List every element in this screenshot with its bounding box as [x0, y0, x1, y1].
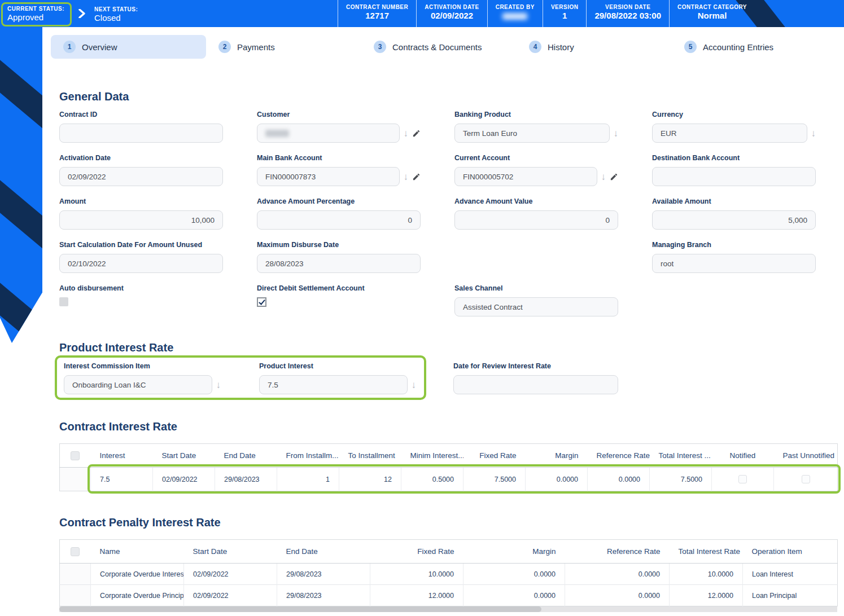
- table-cell: 10.0000: [370, 564, 463, 585]
- contract-penalty-interest-rate-table: Name Start Date End Date Fixed Rate Marg…: [59, 539, 838, 606]
- table-cell: 0.0000: [565, 564, 670, 585]
- interest-commission-item-dropdown-arrow-icon[interactable]: ↓: [216, 380, 221, 390]
- date-for-review-interest-rate-field[interactable]: [453, 375, 618, 394]
- tab-contracts-documents[interactable]: 3 Contracts & Documents: [361, 35, 517, 59]
- sales-channel-field[interactable]: Assisted Contract: [454, 297, 618, 316]
- activation-date-label: Activation Date: [59, 154, 223, 162]
- penalty-interest-rate-table-wrap: Name Start Date End Date Fixed Rate Marg…: [59, 539, 837, 612]
- currency-dropdown-arrow-icon[interactable]: ↓: [811, 129, 816, 138]
- customer-label: Customer: [257, 111, 421, 119]
- next-status: NEXT STATUS: Closed: [94, 4, 138, 23]
- column-header: Total Interest Rate: [670, 540, 743, 564]
- tab-number-badge: 2: [218, 41, 231, 53]
- column-header: Margin: [463, 540, 565, 564]
- interest-commission-item-field[interactable]: Onboarding Loan I&C: [64, 375, 212, 394]
- redacted-customer-value: [265, 130, 289, 137]
- section-title-contract-penalty-interest-rate: Contract Penalty Interest Rate: [59, 516, 837, 529]
- table-header-row: Interest Start Date End Date From Instal…: [60, 444, 838, 468]
- start-calculation-date-field[interactable]: 02/10/2022: [59, 254, 223, 273]
- table-cell: 02/09/2022: [153, 468, 215, 491]
- tab-overview[interactable]: 1 Overview: [51, 35, 206, 59]
- tab-number-badge: 5: [684, 41, 697, 53]
- advance-amount-percentage-field[interactable]: 0: [257, 210, 421, 230]
- contract-id-field[interactable]: [59, 124, 223, 143]
- current-account-field[interactable]: FIN000005702: [454, 167, 597, 186]
- penalty-rate-row[interactable]: Corporate Overdue Interest 02/09/2022 29…: [60, 564, 838, 585]
- page-content: General Data Contract ID Customer ↓ Bank…: [0, 90, 844, 612]
- table-cell: Corporate Overdue Principal: [91, 585, 184, 606]
- current-account-label: Current Account: [454, 154, 618, 162]
- current-status-highlight-annotation: CURRENT STATUS: Approved: [1, 2, 72, 27]
- table-cell: 0.0000: [565, 585, 670, 606]
- select-all-checkbox[interactable]: [71, 451, 80, 460]
- main-bank-account-dropdown-arrow-icon[interactable]: ↓: [404, 172, 409, 182]
- notified-checkbox[interactable]: [738, 475, 747, 483]
- table-cell: Loan Interest: [743, 564, 838, 585]
- horizontal-scrollbar[interactable]: [59, 606, 837, 612]
- column-header: Start Date: [184, 540, 277, 564]
- scrollbar-thumb[interactable]: [59, 606, 541, 612]
- advance-amount-value-field[interactable]: 0: [454, 210, 618, 230]
- customer-field[interactable]: [257, 124, 400, 143]
- product-interest-row: Interest Commission Item Onboarding Loan…: [59, 355, 837, 400]
- contract-interest-rate-row[interactable]: 7.5 02/09/2022 29/08/2023 1 12 0.5000 7.…: [60, 468, 838, 491]
- main-bank-account-edit-pencil-icon[interactable]: [412, 173, 421, 181]
- banking-product-field[interactable]: Term Loan Euro: [454, 124, 610, 143]
- header-cell-version: VERSION 1: [543, 0, 587, 27]
- available-amount-label: Available Amount: [652, 197, 816, 206]
- table-cell: 02/09/2022: [184, 585, 277, 606]
- table-cell: 29/08/2023: [277, 585, 370, 606]
- direct-debit-settlement-account-label: Direct Debit Settlement Account: [257, 284, 421, 293]
- currency-field[interactable]: EUR: [652, 124, 807, 143]
- select-all-checkbox[interactable]: [71, 547, 80, 556]
- direct-debit-settlement-checkbox[interactable]: [257, 297, 266, 307]
- table-cell: 0.0000: [526, 468, 588, 491]
- chevron-right-icon: [78, 9, 85, 18]
- column-header: Interest: [91, 444, 153, 468]
- auto-disbursement-checkbox[interactable]: [59, 297, 68, 306]
- tab-accounting-entries[interactable]: 5 Accounting Entries: [672, 35, 827, 59]
- column-header: Operation Item: [743, 540, 838, 564]
- currency-label: Currency: [652, 111, 816, 119]
- table-cell: Corporate Overdue Interest: [91, 564, 184, 585]
- sales-channel-label: Sales Channel: [454, 284, 618, 293]
- table-cell: 7.5000: [463, 468, 526, 491]
- banking-product-dropdown-arrow-icon[interactable]: ↓: [614, 129, 619, 138]
- product-interest-field[interactable]: 7.5: [259, 375, 408, 394]
- column-header: Fixed Rate: [370, 540, 463, 564]
- section-title-general-data: General Data: [59, 90, 837, 103]
- column-header: Reference Rate: [588, 444, 650, 468]
- tab-payments[interactable]: 2 Payments: [206, 35, 361, 59]
- next-status-value: Closed: [94, 13, 138, 23]
- ribbon-band: [0, 178, 42, 250]
- amount-label: Amount: [59, 197, 223, 206]
- customer-edit-pencil-icon[interactable]: [412, 129, 421, 138]
- form-row-1: Contract ID Customer ↓ Banking Product T…: [59, 111, 837, 143]
- redacted-created-by: [502, 13, 527, 20]
- past-unnotified-checkbox[interactable]: [802, 475, 810, 483]
- form-row-5: Auto disbursement Direct Debit Settlemen…: [59, 284, 837, 316]
- status-area: CURRENT STATUS: Approved NEXT STATUS: Cl…: [0, 0, 138, 27]
- column-header: To Installment: [339, 444, 401, 468]
- destination-bank-account-field[interactable]: [652, 167, 816, 186]
- managing-branch-field[interactable]: root: [652, 254, 816, 273]
- main-bank-account-field[interactable]: FIN000007873: [257, 167, 400, 186]
- maximum-disburse-date-field[interactable]: 28/08/2023: [257, 254, 421, 273]
- product-interest-dropdown-arrow-icon[interactable]: ↓: [412, 380, 417, 390]
- current-account-edit-pencil-icon[interactable]: [610, 173, 618, 181]
- destination-bank-account-label: Destination Bank Account: [652, 154, 816, 162]
- table-cell: 12.0000: [370, 585, 463, 606]
- current-account-dropdown-arrow-icon[interactable]: ↓: [601, 172, 606, 182]
- available-amount-field[interactable]: 5,000: [652, 210, 816, 230]
- tab-history[interactable]: 4 History: [517, 35, 672, 59]
- amount-field[interactable]: 10,000: [59, 210, 223, 230]
- current-status-label: CURRENT STATUS:: [7, 5, 64, 12]
- header-info-cells: CONTRACT NUMBER 12717 ACTIVATION DATE 02…: [338, 0, 755, 27]
- table-cell: 10.0000: [670, 564, 743, 585]
- product-interest-label: Product Interest: [259, 362, 416, 371]
- penalty-rate-row[interactable]: Corporate Overdue Principal 02/09/2022 2…: [60, 585, 838, 606]
- customer-dropdown-arrow-icon[interactable]: ↓: [404, 129, 409, 138]
- table-cell: 7.5: [91, 468, 153, 491]
- activation-date-field[interactable]: 02/09/2022: [59, 167, 223, 186]
- column-header: Past Unnotified: [774, 444, 838, 468]
